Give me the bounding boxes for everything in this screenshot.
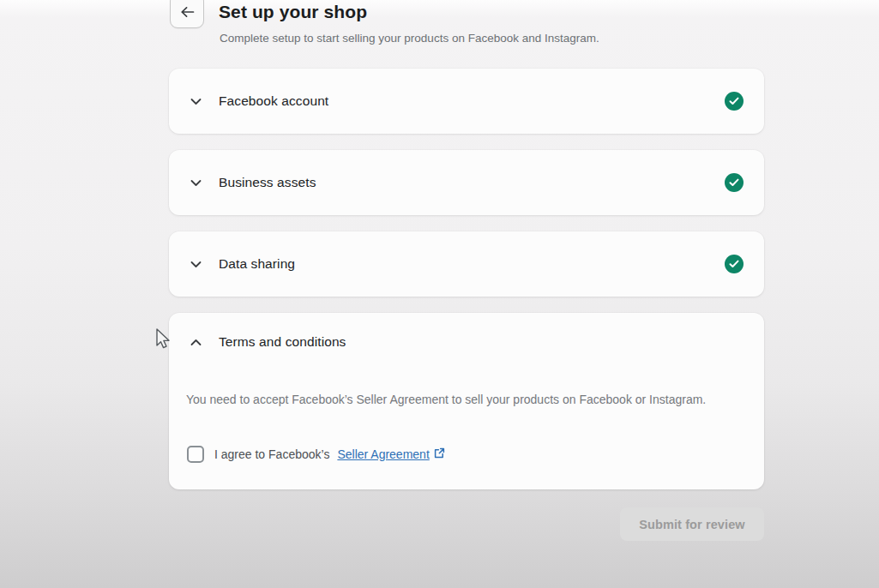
submit-for-review-button[interactable]: Submit for review [620,507,764,541]
section-label: Facebook account [219,93,328,109]
chevron-down-icon [189,94,203,109]
back-button[interactable] [170,0,204,28]
check-circle-icon [725,92,744,111]
section-header-facebook-account[interactable]: Facebook account [169,69,764,134]
check-circle-icon [725,173,744,192]
arrow-left-icon [180,6,195,21]
chevron-up-icon [189,335,203,350]
terms-description: You need to accept Facebook’s Seller Agr… [186,390,725,410]
section-header-terms-and-conditions[interactable]: Terms and conditions [169,313,764,371]
section-business-assets: Business assets [169,150,764,215]
setup-your-shop-page: Set up your shop Complete setup to start… [0,0,879,588]
agree-label: I agree to Facebook’s Seller Agreement [214,447,445,461]
section-label: Business assets [219,175,316,190]
mouse-cursor [154,327,172,351]
section-data-sharing: Data sharing [169,231,764,297]
section-header-business-assets[interactable]: Business assets [169,150,764,215]
section-label: Terms and conditions [219,334,346,350]
chevron-down-icon [189,176,203,190]
agree-checkbox[interactable] [187,446,204,463]
chevron-down-icon [189,257,203,272]
page-subtitle: Complete setup to start selling your pro… [220,32,599,45]
section-terms-and-conditions: Terms and conditions You need to accept … [169,313,764,489]
agree-row: I agree to Facebook’s Seller Agreement [187,446,445,463]
page-title: Set up your shop [219,2,367,22]
external-link-icon [434,447,445,461]
agree-label-text: I agree to Facebook’s [214,447,329,461]
check-circle-icon [725,255,744,273]
section-header-data-sharing[interactable]: Data sharing [169,231,764,297]
section-label: Data sharing [219,256,295,272]
seller-agreement-link[interactable]: Seller Agreement [337,447,429,461]
section-facebook-account: Facebook account [169,69,764,134]
